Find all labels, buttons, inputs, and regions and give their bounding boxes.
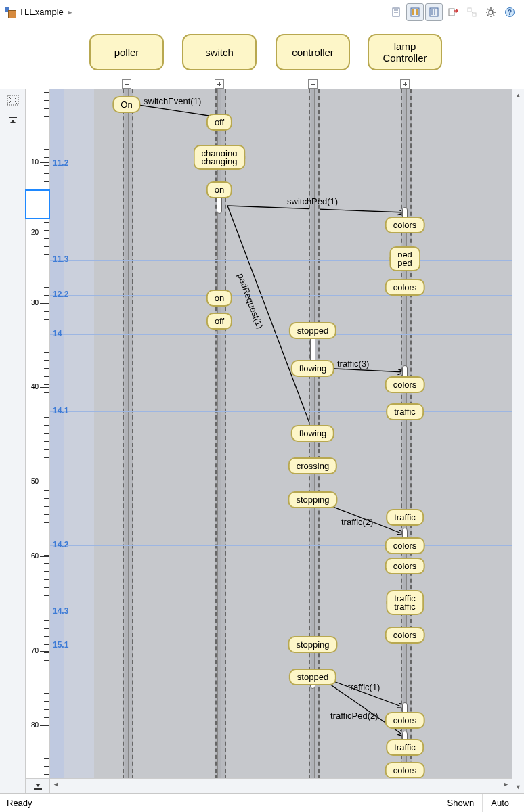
svg-line-20	[227, 206, 313, 432]
left-gutter	[0, 89, 26, 793]
diagram-canvas[interactable]: 11.211.312.21414.114.214.315.1Onoffchang…	[50, 89, 512, 793]
message-label: switchPed(1)	[287, 196, 338, 206]
vertical-scrollbar[interactable]: ▲ ▼	[512, 89, 524, 793]
svg-rect-5	[416, 9, 418, 15]
state-badge[interactable]: traffic	[386, 739, 424, 756]
state-badge[interactable]: colors	[385, 558, 425, 574]
lifeline-lampController	[401, 89, 409, 793]
state-badge[interactable]: colors	[385, 217, 425, 233]
state-badge[interactable]: colors	[385, 279, 425, 296]
bottom-bar	[26, 778, 512, 793]
ruler-label: 40	[31, 383, 39, 390]
lifeline-head-lampController[interactable]: lampController	[368, 34, 442, 70]
ruler-label: 10	[31, 158, 39, 166]
state-badge[interactable]: stopped	[289, 669, 336, 685]
lifeline-header-row: pollerswitchcontrollerlampController	[0, 24, 524, 89]
collapse-up-icon[interactable]	[5, 114, 21, 127]
ruler-label: 70	[31, 647, 39, 654]
ruler-label: 50	[31, 478, 39, 485]
svg-rect-11	[473, 13, 476, 16]
state-badge[interactable]: flowing	[291, 425, 334, 442]
state-badge[interactable]: stopping	[288, 491, 337, 508]
svg-point-13	[489, 10, 493, 14]
state-badge[interactable]: colors	[385, 376, 425, 393]
state-badge[interactable]: colors	[385, 712, 425, 729]
timestamp-label: 11.3	[53, 254, 68, 264]
lifeline-expand-icon[interactable]	[400, 79, 410, 89]
toolbar: TLExample ▸ ?	[0, 0, 524, 24]
svg-rect-6	[430, 8, 438, 16]
timestamp-label: 14.1	[53, 406, 68, 415]
fit-icon[interactable]	[5, 93, 21, 107]
ruler-label: 80	[31, 721, 39, 729]
svg-rect-3	[411, 8, 419, 16]
timestamp-label: 14.3	[53, 606, 68, 616]
svg-text:?: ?	[508, 9, 512, 16]
state-badge[interactable]: off	[206, 114, 232, 131]
state-badge[interactable]: off	[206, 313, 232, 330]
state-badge[interactable]: colors	[385, 762, 425, 779]
toolbar-actions: ?	[387, 3, 519, 21]
state-badge[interactable]: traffic	[386, 403, 424, 420]
state-badge[interactable]: on	[206, 181, 232, 198]
state-badge[interactable]: traffic	[386, 601, 424, 615]
lifeline-head-switch[interactable]: switch	[182, 34, 257, 70]
lifeline-expand-icon[interactable]	[122, 79, 131, 89]
timestamp-label: 14.2	[53, 540, 68, 549]
status-text: Ready	[7, 798, 32, 808]
gear-icon[interactable]	[482, 3, 500, 21]
timestamp-label: 15.1	[53, 640, 68, 650]
status-bar: Ready Shown Auto	[0, 793, 524, 812]
ruler-label: 60	[31, 552, 39, 560]
lifeline-expand-icon[interactable]	[215, 79, 224, 89]
document-icon[interactable]	[387, 3, 405, 21]
status-auto: Auto	[482, 794, 517, 812]
state-badge[interactable]: ped	[389, 257, 420, 271]
svg-rect-10	[468, 8, 471, 12]
timestamp-label: 14	[53, 329, 62, 338]
ruler-label: 30	[31, 299, 39, 307]
svg-rect-9	[449, 9, 454, 16]
state-badge[interactable]: on	[206, 290, 232, 307]
horizontal-scrollbar[interactable]	[50, 779, 512, 793]
export-icon[interactable]	[444, 3, 462, 21]
lifeline-poller	[123, 89, 131, 793]
status-shown: Shown	[439, 794, 483, 812]
state-badge[interactable]: stopped	[289, 322, 336, 339]
state-badge[interactable]: flowing	[291, 360, 334, 377]
state-badge[interactable]: changing	[194, 156, 246, 170]
state-badge[interactable]: traffic	[386, 509, 424, 526]
breadcrumb[interactable]: TLExample ▸	[5, 7, 387, 17]
scroll-down-icon[interactable]: ▼	[512, 781, 524, 793]
ruler-selection[interactable]	[25, 189, 50, 219]
svg-line-12	[471, 12, 473, 13]
collapse-down-icon[interactable]	[26, 779, 50, 793]
help-icon[interactable]: ?	[501, 3, 519, 21]
lifeline-head-controller[interactable]: controller	[276, 34, 350, 70]
model-icon	[5, 7, 15, 17]
link-icon[interactable]	[463, 3, 481, 21]
timestamp-label: 11.2	[53, 158, 68, 168]
ruler[interactable]: 1020304050607080	[26, 89, 50, 793]
state-badge[interactable]: crossing	[288, 457, 337, 474]
breadcrumb-sep: ▸	[68, 7, 72, 17]
lifeline-expand-icon[interactable]	[308, 79, 318, 89]
message-label: pedRequest(1)	[236, 272, 265, 330]
message-label: switchEvent(1)	[144, 96, 201, 106]
timestamp-label: 12.2	[53, 290, 68, 299]
scroll-up-icon[interactable]: ▲	[512, 89, 524, 102]
message-label: traffic(2)	[341, 517, 373, 527]
svg-rect-4	[412, 9, 414, 15]
message-label: traffic(3)	[337, 359, 369, 369]
state-badge[interactable]: stopping	[288, 636, 337, 653]
ruler-label: 20	[31, 229, 39, 236]
state-badge[interactable]: On	[112, 96, 140, 113]
lifeline-head-poller[interactable]: poller	[89, 34, 164, 70]
message-label: trafficPed(2)	[330, 710, 378, 721]
view-mode-1-icon[interactable]	[406, 3, 424, 21]
state-badge[interactable]: colors	[385, 627, 425, 644]
view-mode-2-icon[interactable]	[425, 3, 443, 21]
message-label: traffic(1)	[348, 682, 380, 692]
state-badge[interactable]: colors	[385, 537, 425, 554]
breadcrumb-title: TLExample	[19, 7, 64, 17]
